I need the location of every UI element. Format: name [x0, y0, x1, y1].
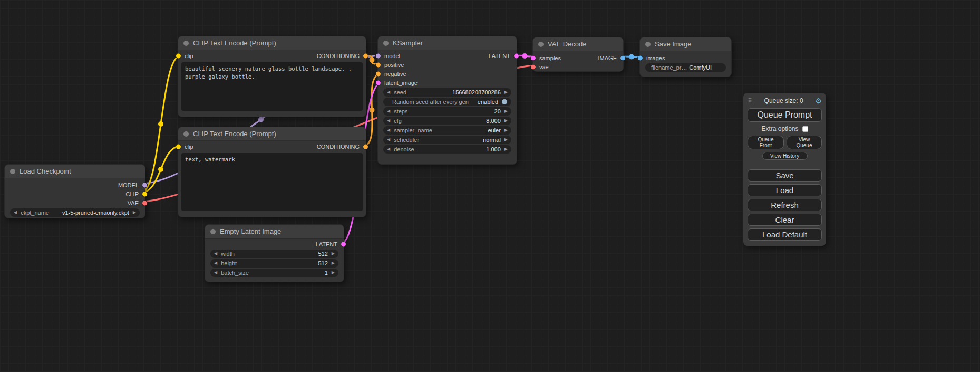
- node-vae-decode[interactable]: VAE Decode samples IMAGE vae: [532, 37, 624, 72]
- settings-gear-icon[interactable]: [815, 97, 822, 105]
- node-clip-text-encode-negative[interactable]: CLIP Text Encode (Prompt) clip CONDITION…: [178, 127, 366, 217]
- widget-batch-size[interactable]: batch_size 1: [210, 269, 338, 277]
- increment-arrow-icon[interactable]: [133, 208, 136, 217]
- widget-value: 1: [325, 270, 328, 276]
- widget-cfg[interactable]: cfg 8.000: [383, 117, 511, 125]
- widget-sampler-name[interactable]: sampler_name euler: [383, 126, 511, 135]
- node-clip-text-encode-positive[interactable]: CLIP Text Encode (Prompt) clip CONDITION…: [178, 36, 366, 117]
- refresh-button[interactable]: Refresh: [748, 199, 822, 211]
- output-port-label: LATENT: [316, 241, 337, 247]
- widget-random-seed-toggle[interactable]: Random seed after every gen enabled: [383, 98, 511, 106]
- input-port-model[interactable]: [375, 53, 381, 59]
- widget-seed[interactable]: seed 156680208700286: [383, 88, 511, 97]
- node-status-dot[interactable]: [645, 42, 651, 47]
- node-status-dot[interactable]: [10, 169, 15, 174]
- node-load-checkpoint[interactable]: Load Checkpoint MODEL CLIP VAE ckpt_name…: [4, 164, 145, 218]
- prompt-textarea[interactable]: beautiful scenery nature glass bottle la…: [181, 62, 363, 111]
- increment-arrow-icon[interactable]: [504, 88, 508, 97]
- port-row: CLIP: [5, 189, 145, 198]
- output-port-label: VAE: [128, 200, 139, 206]
- save-button[interactable]: Save: [748, 169, 822, 182]
- decrement-arrow-icon[interactable]: [387, 117, 390, 125]
- view-queue-button[interactable]: View Queue: [787, 136, 822, 149]
- increment-arrow-icon[interactable]: [504, 117, 508, 125]
- queue-prompt-button[interactable]: Queue Prompt: [748, 108, 822, 122]
- widget-label: Random seed after every gen: [392, 99, 469, 105]
- output-port-latent[interactable]: [341, 241, 346, 247]
- view-history-button[interactable]: View History: [762, 152, 808, 160]
- output-port-vae[interactable]: [142, 200, 148, 206]
- node-status-dot[interactable]: [210, 229, 216, 234]
- decrement-arrow-icon[interactable]: [387, 145, 390, 154]
- port-row: images: [640, 53, 731, 62]
- node-title: CLIP Text Encode (Prompt): [193, 39, 276, 47]
- prompt-textarea[interactable]: text, watermark: [181, 153, 363, 211]
- queue-front-button[interactable]: Queue Front: [748, 136, 784, 149]
- node-save-image[interactable]: Save Image images filename_prefix ComfyU…: [639, 37, 732, 77]
- output-port-conditioning[interactable]: [363, 144, 368, 149]
- output-port-latent[interactable]: [513, 53, 519, 59]
- node-title-bar[interactable]: Save Image: [640, 37, 731, 51]
- increment-arrow-icon[interactable]: [504, 107, 508, 116]
- input-port-clip[interactable]: [176, 144, 181, 149]
- increment-arrow-icon[interactable]: [332, 269, 335, 277]
- node-title-bar[interactable]: CLIP Text Encode (Prompt): [178, 127, 366, 141]
- input-port-positive[interactable]: [375, 62, 381, 68]
- node-title-bar[interactable]: Load Checkpoint: [5, 165, 145, 178]
- node-title-bar[interactable]: Empty Latent Image: [205, 225, 344, 239]
- increment-arrow-icon[interactable]: [504, 145, 508, 154]
- clear-button[interactable]: Clear: [748, 214, 822, 226]
- input-port-clip[interactable]: [176, 53, 181, 59]
- widget-scheduler[interactable]: scheduler normal: [383, 136, 511, 144]
- decrement-arrow-icon[interactable]: [14, 208, 17, 217]
- output-port-conditioning[interactable]: [363, 53, 368, 59]
- output-port-label: LATENT: [489, 53, 510, 59]
- widget-label: batch_size: [221, 270, 249, 276]
- widget-value: ComfyUI: [689, 64, 712, 71]
- node-empty-latent-image[interactable]: Empty Latent Image LATENT width 512 heig…: [205, 224, 344, 282]
- input-port-samples[interactable]: [530, 55, 536, 61]
- queue-panel: Queue size: 0 Queue Prompt Extra options…: [743, 93, 826, 246]
- node-ksampler[interactable]: KSampler model LATENT positive negative …: [377, 36, 517, 165]
- input-port-images[interactable]: [637, 55, 643, 61]
- load-default-button[interactable]: Load Default: [748, 228, 822, 241]
- increment-arrow-icon[interactable]: [332, 259, 335, 268]
- widget-filename-prefix[interactable]: filename_prefix ComfyUI: [645, 63, 726, 72]
- increment-arrow-icon[interactable]: [504, 136, 508, 144]
- decrement-arrow-icon[interactable]: [387, 88, 390, 97]
- input-port-latent-image[interactable]: [375, 80, 381, 85]
- extra-options-checkbox[interactable]: [802, 126, 808, 132]
- node-title-bar[interactable]: VAE Decode: [533, 37, 623, 51]
- widget-denoise[interactable]: denoise 1.000: [383, 145, 511, 154]
- toggle-knob-icon[interactable]: [502, 99, 507, 104]
- decrement-arrow-icon[interactable]: [214, 269, 217, 277]
- widget-height[interactable]: height 512: [210, 259, 338, 268]
- node-title-bar[interactable]: CLIP Text Encode (Prompt): [178, 36, 366, 50]
- widget-steps[interactable]: steps 20: [383, 107, 511, 116]
- widget-ckpt-name[interactable]: ckpt_name v1-5-pruned-emaonly.ckpt: [10, 208, 140, 217]
- decrement-arrow-icon[interactable]: [387, 136, 390, 144]
- output-port-model[interactable]: [142, 182, 148, 188]
- node-status-dot[interactable]: [183, 131, 189, 137]
- widget-width[interactable]: width 512: [210, 250, 338, 258]
- increment-arrow-icon[interactable]: [332, 250, 335, 258]
- output-port-image[interactable]: [620, 55, 626, 61]
- node-status-dot[interactable]: [183, 41, 189, 46]
- output-port-clip[interactable]: [142, 191, 148, 197]
- input-port-vae[interactable]: [530, 64, 536, 70]
- node-status-dot[interactable]: [538, 42, 544, 47]
- drag-handle-icon[interactable]: [748, 97, 752, 104]
- output-port-label: CONDITIONING: [317, 144, 360, 150]
- decrement-arrow-icon[interactable]: [214, 259, 217, 268]
- node-title-bar[interactable]: KSampler: [378, 36, 517, 50]
- increment-arrow-icon[interactable]: [504, 126, 508, 135]
- decrement-arrow-icon[interactable]: [387, 107, 390, 116]
- decrement-arrow-icon[interactable]: [387, 126, 390, 135]
- node-title: CLIP Text Encode (Prompt): [193, 130, 276, 138]
- port-row: VAE: [5, 198, 145, 207]
- node-status-dot[interactable]: [383, 41, 389, 46]
- input-port-negative[interactable]: [375, 71, 381, 77]
- port-row: latent_image: [378, 78, 517, 87]
- decrement-arrow-icon[interactable]: [214, 250, 217, 258]
- load-button[interactable]: Load: [748, 184, 822, 196]
